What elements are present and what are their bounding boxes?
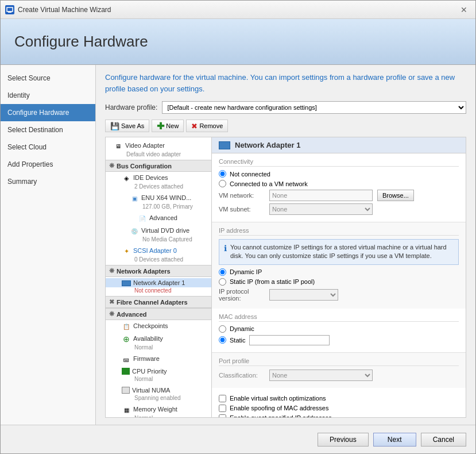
main-content: Configure hardware for the virtual machi… (96, 65, 475, 425)
footer: Previous Next Cancel (1, 425, 475, 453)
list-item[interactable]: ◈ IDE Devices 2 Devices attached (106, 172, 211, 192)
video-adapter-icon: 🖥 (114, 142, 123, 150)
static-ip-row[interactable]: Static IP (from a static IP pool) (219, 278, 459, 286)
static-mac-label: Static (230, 337, 246, 344)
list-item[interactable]: 🖴 Firmware (106, 353, 211, 365)
sidebar-item-select-source[interactable]: Select Source (1, 70, 95, 87)
network-adapter-detail-icon (219, 141, 230, 149)
tree-row-network-adapter1: Network Adapter 1 (106, 278, 211, 287)
list-item[interactable]: Virtual NUMA Spanning enabled (106, 384, 211, 403)
next-button[interactable]: Next (373, 433, 416, 447)
not-connected-label: Not connected (230, 171, 270, 178)
mac-spoofing-checkbox[interactable] (219, 405, 226, 412)
virtual-switch-row[interactable]: Enable virtual switch optimizations (219, 395, 459, 402)
tree-row-memory-weight: ▦ Memory Weight (106, 405, 211, 415)
list-item[interactable]: ✦ SCSI Adapter 0 0 Devices attached (106, 245, 211, 265)
guest-ip-row[interactable]: Enable guest specified IP addresses (219, 414, 459, 417)
static-mac-input[interactable] (249, 335, 330, 345)
list-item[interactable]: 🖥 Video Adapter Default video adapter (106, 140, 211, 160)
page-title: Configure Hardware (14, 33, 148, 51)
static-mac-radio[interactable] (219, 336, 226, 344)
classification-label: Classification: (219, 372, 265, 379)
guest-ip-checkbox[interactable] (219, 414, 226, 417)
network-adapter-icon (122, 280, 131, 286)
mac-spoofing-row[interactable]: Enable spoofing of MAC addresses (219, 405, 459, 412)
dvd-icon: 💿 (130, 227, 139, 235)
list-item[interactable]: 💿 Virtual DVD drive No Media Captured (106, 225, 211, 245)
new-label: New (166, 122, 179, 129)
collapse-icon: ❋ (109, 162, 114, 170)
details-panel: Network Adapter 1 Connectivity Not conne… (212, 137, 466, 417)
static-mac-row[interactable]: Static (219, 335, 459, 345)
cancel-button[interactable]: Cancel (421, 433, 466, 447)
classification-select[interactable]: None (269, 370, 373, 381)
connectivity-section-label: Connectivity (219, 158, 459, 167)
close-button[interactable]: ✕ (457, 3, 471, 17)
hardware-profile-label: Hardware profile: (105, 103, 157, 111)
list-item[interactable]: Network Adapter 1 Not connected (106, 277, 211, 296)
section-label: Bus Configuration (117, 163, 172, 170)
dynamic-mac-radio[interactable] (219, 325, 226, 333)
list-item[interactable]: 📋 Checkpoints (106, 320, 211, 333)
remove-button[interactable]: ✖ Remove (186, 120, 228, 132)
virtual-switch-label: Enable virtual switch optimizations (230, 395, 326, 402)
section-network-adapters[interactable]: ❋ Network Adapters (106, 265, 211, 277)
connected-vm-row[interactable]: Connected to a VM network (219, 180, 459, 187)
tree-row-cpu-priority: CPU Priority (106, 367, 211, 376)
dynamic-ip-row[interactable]: Dynamic IP (219, 268, 459, 276)
list-item[interactable]: ▦ Memory Weight Normal (106, 403, 211, 417)
title-bar: Create Virtual Machine Wizard ✕ (1, 1, 475, 19)
mac-spoofing-label: Enable spoofing of MAC addresses (230, 405, 328, 411)
connected-vm-label: Connected to a VM network (230, 180, 308, 187)
advanced-icon: 📄 (138, 214, 147, 222)
checkpoints-icon: 📋 (122, 322, 131, 330)
mac-section-label: MAC address (219, 313, 459, 322)
classification-row: Classification: None (219, 370, 459, 381)
not-connected-radio[interactable] (219, 170, 226, 178)
info-icon: ℹ (224, 243, 227, 261)
svg-rect-0 (7, 7, 13, 11)
sidebar-item-select-cloud[interactable]: Select Cloud (1, 138, 95, 156)
sidebar-item-identity[interactable]: Identity (1, 87, 95, 104)
vm-subnet-select[interactable]: None (269, 203, 373, 215)
list-item[interactable]: ⊕ Availability Normal (106, 333, 211, 353)
tree-row-advanced: 📄 Advanced (106, 213, 211, 224)
list-item[interactable]: ▣ ENU X64 WIND... 127.00 GB, Primary (106, 192, 211, 212)
dynamic-ip-radio[interactable] (219, 268, 226, 276)
new-button[interactable]: ✚ New (152, 120, 184, 132)
checkboxes-section: Enable virtual switch optimizations Enab… (212, 388, 466, 417)
sidebar-item-configure-hardware[interactable]: Configure Hardware (1, 104, 95, 121)
svg-rect-1 (8, 11, 11, 13)
toolbar: 💾 Save As ✚ New ✖ Remove (105, 120, 466, 132)
dynamic-mac-row[interactable]: Dynamic (219, 325, 459, 333)
tree-row-ide: ◈ IDE Devices (106, 173, 211, 183)
virtual-switch-checkbox[interactable] (219, 395, 226, 402)
previous-button[interactable]: Previous (318, 433, 369, 447)
sidebar-item-select-destination[interactable]: Select Destination (1, 121, 95, 138)
sidebar-item-add-properties[interactable]: Add Properties (1, 156, 95, 173)
ide-icon: ◈ (122, 174, 131, 182)
save-as-button[interactable]: 💾 Save As (105, 120, 149, 132)
static-ip-radio[interactable] (219, 278, 226, 286)
section-advanced[interactable]: ❋ Advanced (106, 308, 211, 320)
not-connected-row[interactable]: Not connected (219, 170, 459, 178)
section-label: Network Adapters (117, 268, 171, 275)
tree-row-checkpoints: 📋 Checkpoints (106, 321, 211, 332)
availability-icon: ⊕ (122, 335, 131, 343)
title-bar-left: Create Virtual Machine Wizard (5, 5, 111, 14)
section-fibre-channel[interactable]: ✖ Fibre Channel Adapters (106, 296, 211, 308)
connected-vm-radio[interactable] (219, 180, 226, 187)
list-item[interactable]: 📄 Advanced (106, 212, 211, 225)
scsi-icon: ✦ (122, 247, 131, 255)
list-item[interactable]: CPU Priority Normal (106, 365, 211, 384)
ip-protocol-select[interactable] (269, 289, 338, 301)
cpu-icon (122, 368, 130, 375)
hardware-profile-select[interactable]: [Default - create new hardware configura… (162, 101, 466, 114)
hardware-profile-row: Hardware profile: [Default - create new … (105, 101, 466, 114)
section-bus-configuration[interactable]: ❋ Bus Configuration (106, 160, 211, 172)
browse-button[interactable]: Browse... (377, 190, 414, 201)
firmware-icon: 🖴 (122, 355, 131, 363)
sidebar-item-summary[interactable]: Summary (1, 173, 95, 190)
connectivity-section: Connectivity Not connected Connected to … (212, 153, 466, 222)
vm-network-input[interactable] (269, 190, 373, 201)
